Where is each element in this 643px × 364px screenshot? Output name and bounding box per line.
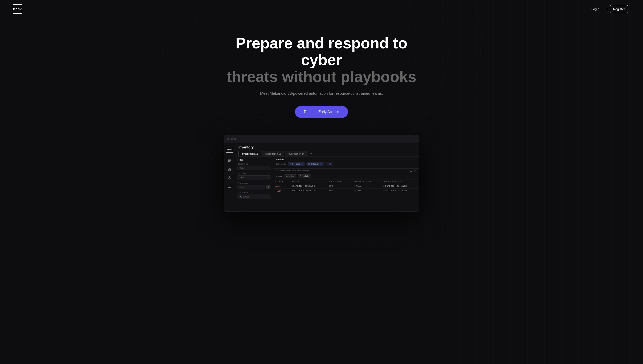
filter-chip-remove-24hours[interactable]: × (301, 163, 303, 165)
filter-chip-dot[interactable]: • × (326, 162, 333, 166)
svg-rect-5 (228, 170, 229, 170)
tab-investigation-14[interactable]: Investigation 14 (285, 151, 307, 156)
isolate-button[interactable]: ⬡ Isolate (284, 174, 296, 178)
last-seen-label: Last seen (238, 172, 271, 174)
find-entities-input[interactable]: Item (238, 185, 265, 190)
results-meta-row: 10,800 artifacts found in 8.905 seconds … (273, 168, 419, 173)
table-header-row: CLASS ▾ ARTIFACT RELATIONSHIP NEIGHBOR C… (273, 180, 419, 184)
results-panel: Results Current filter ⏱ 24 Hours × ▣ (273, 156, 419, 211)
app-window: ··· MK ND (224, 135, 419, 212)
app-title-info-icon: ℹ (255, 146, 257, 149)
svg-rect-2 (228, 162, 230, 162)
svg-line-11 (230, 177, 231, 178)
row1-class: ⚠ Alert (273, 184, 289, 188)
class-sort-arrow: ▾ (282, 181, 283, 182)
isolate-icon: ⬡ (286, 175, 288, 177)
results-count: 10,800 artifacts found in 8.905 seconds (276, 170, 309, 172)
saved-filters-input[interactable]: Item (238, 166, 271, 170)
tabs-row: Investigation 12 Investigation 13 Invest… (238, 151, 416, 156)
tab-investigation-13[interactable]: Investigation 13 (262, 151, 284, 156)
results-title: Results (276, 158, 416, 161)
list-view-icon[interactable]: ☰ (410, 170, 412, 172)
filter-chip-24hours[interactable]: ⏱ 24 Hours × (288, 162, 305, 166)
last-seen-select[interactable]: Item ▾ (238, 176, 271, 180)
document-list-icon[interactable] (226, 157, 233, 164)
results-action-icons-left: ⊞ ⊟ ⇄ (276, 175, 282, 177)
svg-point-7 (229, 176, 230, 177)
register-button[interactable]: Register (608, 5, 630, 13)
filter-panel: Filter Saved filters Item Last seen Item (235, 156, 273, 211)
tab-investigation-12[interactable]: Investigation 12 (238, 151, 261, 156)
tab-add-button[interactable]: + (309, 151, 314, 156)
current-filter-label: Current filter (276, 163, 286, 165)
hero-section: Prepare and respond to cyber threats wit… (0, 18, 643, 130)
table-body: ⚠ Alert 2 ONPZ TZ0 H CU46 WJ B HAS (273, 184, 419, 193)
svg-point-8 (228, 178, 229, 179)
window-dot-red (227, 138, 230, 140)
row2-neighbor-artifact: 2 ONPZ TZ0 H CU46 WJ B (381, 188, 419, 193)
nav-right: Login Register (588, 5, 630, 13)
login-button[interactable]: Login (588, 6, 603, 12)
col-class[interactable]: CLASS ▾ (273, 180, 289, 184)
detection-icon: ▣ (308, 163, 310, 165)
results-view-icons: ☰ </> (410, 170, 416, 172)
logo: MK ND (13, 4, 22, 14)
search-icon: 🔍 (240, 196, 242, 198)
exclude-button[interactable]: ⬡ Exclude (298, 174, 311, 178)
network-icon[interactable] (226, 174, 233, 181)
window-dot-yellow (231, 138, 233, 140)
filter-chip-remove-detection[interactable]: × (320, 163, 322, 165)
app-inner: MK ND (224, 143, 419, 211)
svg-rect-3 (228, 168, 229, 169)
row1-artifact: 2 ONPZ TZ0 H CU46 WJ B (289, 184, 327, 188)
results-actions: ⊞ ⊟ ⇄ ⬡ Isolate ⬡ Exclude (273, 173, 419, 180)
alert-icon-2: ⚠ (275, 190, 277, 192)
window-dot-green (234, 138, 236, 140)
find-classes-search[interactable]: 🔍 Search (238, 194, 271, 199)
clock-icon: ⏱ (290, 163, 291, 165)
row2-artifact: 2 ONPZ TZ0 H CU46 WJ B (289, 188, 327, 193)
app-title: Inventory (238, 146, 254, 149)
grid-icon[interactable] (226, 166, 233, 173)
code-view-icon[interactable]: </> (413, 170, 416, 172)
svg-rect-6 (230, 170, 231, 170)
row1-relationship: HAS (327, 184, 352, 188)
filter-chip-remove-dot[interactable]: × (329, 163, 331, 165)
hero-title: Prepare and respond to cyber threats wit… (226, 35, 417, 85)
row1-neighbor-class-badge: ◎ Ticket (354, 185, 361, 187)
svg-rect-0 (228, 160, 231, 160)
terminal-icon[interactable] (226, 183, 233, 190)
find-entities-add-button[interactable]: + (266, 185, 271, 189)
results-table: CLASS ▾ ARTIFACT RELATIONSHIP NEIGHBOR C… (273, 180, 419, 211)
col-neighbor-class: NEIGHBOR CLASS (352, 180, 381, 184)
ticket-icon: ◎ (354, 185, 356, 187)
col-relationship: RELATIONSHIP (327, 180, 352, 184)
window-dots (227, 138, 236, 140)
find-entities-section: Find entities Item + (238, 182, 271, 190)
last-seen-section: Last seen Item ▾ (238, 172, 271, 180)
cta-button[interactable]: Request Early Access (295, 106, 348, 118)
hero-subtitle: Meet Mekanoid, AI-powered automation for… (9, 91, 634, 96)
window-titlebar: ··· (224, 135, 419, 143)
table-row: ⚠ Alert 2 ONPZ TZ0 H CU46 WJ B HAS (273, 184, 419, 188)
find-classes-section: Find classes 🔍 Search (238, 192, 271, 199)
alert-icon: ⚠ (275, 186, 277, 187)
row2-class-badge: ⚠ Alert (275, 190, 281, 192)
row2-neighbor-class: ◎ Ticket (352, 188, 381, 193)
saved-filters-section: Saved filters Item (238, 163, 271, 170)
col-artifact: ARTIFACT (289, 180, 327, 184)
app-sidebar: MK ND (224, 143, 235, 211)
svg-point-9 (230, 178, 231, 179)
row1-neighbor-artifact: 2 ONPZ TZ0 H CU46 WJ B (381, 184, 419, 188)
svg-line-10 (228, 177, 230, 178)
results-header: Results Current filter ⏱ 24 Hours × ▣ (273, 156, 419, 168)
find-classes-placeholder: Search (243, 196, 250, 198)
col-neighbor-artifact: NEIGHBOR ARTIFACT (381, 180, 419, 184)
row2-relationship: HAS (327, 188, 352, 193)
find-entities-input-row: Item + (238, 185, 271, 190)
svg-rect-12 (228, 185, 231, 188)
exclude-icon: ⬡ (300, 175, 301, 177)
class-sort[interactable]: CLASS ▾ (275, 180, 283, 183)
last-seen-arrow-icon: ▾ (268, 177, 269, 178)
filter-chip-detection[interactable]: ▣ Detection × (306, 162, 324, 166)
